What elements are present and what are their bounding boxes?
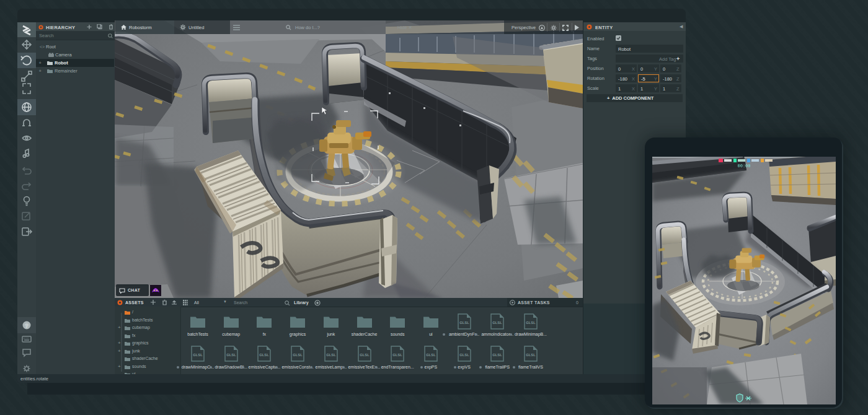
svg-text:GLSL: GLSL xyxy=(226,353,236,357)
svg-text:GLSL: GLSL xyxy=(493,353,503,357)
svg-text:GLSL: GLSL xyxy=(326,353,336,357)
svg-text:GLSL: GLSL xyxy=(526,353,536,357)
svg-text:GLSL: GLSL xyxy=(293,353,303,357)
svg-text:GLSL: GLSL xyxy=(459,321,469,325)
svg-text:GLSL: GLSL xyxy=(493,321,503,325)
svg-text:00:00: 00:00 xyxy=(737,164,750,168)
svg-text:GLSL: GLSL xyxy=(426,353,436,357)
svg-text:GLSL: GLSL xyxy=(260,353,270,357)
svg-text:GLSL: GLSL xyxy=(193,353,203,357)
svg-text:GLSL: GLSL xyxy=(526,321,536,325)
svg-text:GLSL: GLSL xyxy=(459,353,469,357)
svg-text:GLSL: GLSL xyxy=(360,353,370,357)
svg-text:GLSL: GLSL xyxy=(392,353,402,357)
